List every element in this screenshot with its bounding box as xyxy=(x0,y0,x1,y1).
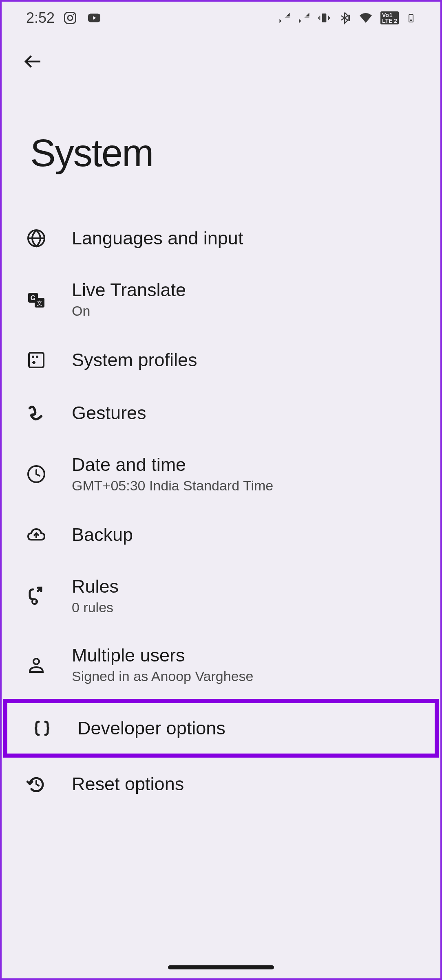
svg-point-18 xyxy=(32,599,37,604)
svg-rect-14 xyxy=(29,353,44,367)
svg-rect-4 xyxy=(322,13,327,22)
call-signal-icon xyxy=(278,11,291,25)
setting-subtitle: GMT+05:30 India Standard Time xyxy=(72,478,273,494)
volte-badge: Vo 1LTE 2 xyxy=(380,11,399,24)
cloud-upload-icon xyxy=(26,525,46,545)
setting-reset-options[interactable]: Reset options xyxy=(2,758,440,811)
status-left: 2:52 xyxy=(26,9,103,26)
setting-title: Live Translate xyxy=(72,279,186,301)
status-time: 2:52 xyxy=(26,9,55,26)
setting-subtitle: On xyxy=(72,303,186,319)
nav-bar-handle[interactable] xyxy=(168,965,274,969)
setting-title: Gestures xyxy=(72,402,146,424)
setting-title: Multiple users xyxy=(72,645,254,666)
app-bar xyxy=(2,34,440,82)
back-arrow-icon[interactable] xyxy=(22,51,44,73)
battery-icon xyxy=(406,11,416,25)
svg-point-15 xyxy=(32,356,34,358)
instagram-icon xyxy=(63,11,77,25)
bluetooth-icon xyxy=(338,11,351,25)
translate-icon: G文 xyxy=(26,289,46,310)
svg-point-1 xyxy=(68,15,73,20)
setting-gestures[interactable]: Gestures xyxy=(2,387,440,439)
setting-system-profiles[interactable]: System profiles xyxy=(2,334,440,387)
setting-title: Reset options xyxy=(72,773,184,795)
reset-icon xyxy=(26,774,46,794)
setting-multiple-users[interactable]: Multiple users Signed in as Anoop Varghe… xyxy=(2,630,440,699)
rules-icon xyxy=(26,586,46,606)
setting-title: Rules xyxy=(72,576,119,597)
youtube-icon xyxy=(86,11,103,25)
svg-rect-8 xyxy=(410,20,412,21)
settings-list: Languages and input G文 Live Translate On… xyxy=(2,212,440,811)
svg-point-19 xyxy=(33,659,39,664)
page-title: System xyxy=(2,82,440,212)
setting-subtitle: Signed in as Anoop Varghese xyxy=(72,668,254,684)
status-right: Vo 1LTE 2 xyxy=(278,11,416,25)
vibrate-icon xyxy=(318,11,331,25)
setting-backup[interactable]: Backup xyxy=(2,508,440,561)
svg-text:文: 文 xyxy=(37,300,42,306)
status-bar: 2:52 Vo 1LTE 2 xyxy=(2,2,440,34)
setting-title: Backup xyxy=(72,524,133,545)
wifi-icon xyxy=(358,11,373,25)
setting-rules[interactable]: Rules 0 rules xyxy=(2,561,440,630)
setting-subtitle: 0 rules xyxy=(72,600,119,615)
setting-title: System profiles xyxy=(72,349,197,371)
call-signal-icon-2 xyxy=(298,11,310,25)
clock-icon xyxy=(26,464,46,484)
setting-title: Date and time xyxy=(72,454,273,475)
svg-point-16 xyxy=(36,356,38,358)
svg-point-2 xyxy=(73,14,75,15)
setting-title: Languages and input xyxy=(72,228,243,249)
gestures-icon xyxy=(26,403,46,423)
code-braces-icon xyxy=(32,718,52,738)
globe-icon xyxy=(26,228,46,248)
svg-rect-5 xyxy=(348,15,350,21)
setting-developer-options[interactable]: Developer options xyxy=(3,699,439,758)
person-icon xyxy=(26,655,46,675)
setting-title: Developer options xyxy=(77,718,225,739)
setting-languages-input[interactable]: Languages and input xyxy=(2,212,440,265)
profiles-icon xyxy=(26,350,46,370)
svg-rect-7 xyxy=(410,14,412,15)
setting-live-translate[interactable]: G文 Live Translate On xyxy=(2,265,440,334)
setting-date-time[interactable]: Date and time GMT+05:30 India Standard T… xyxy=(2,439,440,508)
